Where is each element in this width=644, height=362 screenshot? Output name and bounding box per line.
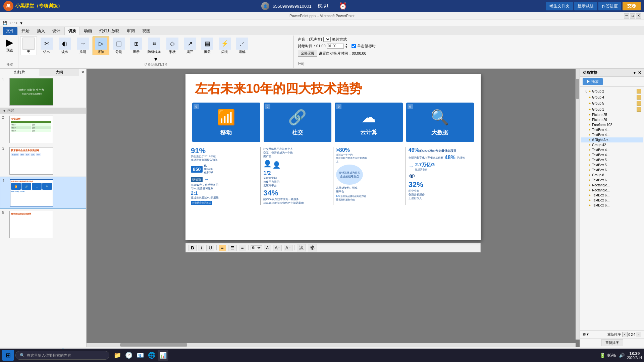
align-right-btn[interactable]: ≡ <box>239 245 246 251</box>
transition-push[interactable]: → 推进 <box>74 37 91 55</box>
anim-nav-lt[interactable]: < <box>622 332 628 337</box>
anim-item-tb5b[interactable]: ✦ TextBox 5... <box>581 163 643 168</box>
start-button[interactable]: ⊞ <box>2 350 14 361</box>
font-color-btn[interactable]: A <box>264 245 271 250</box>
anim-item-group8[interactable]: ✦ Group 8 <box>581 173 643 178</box>
transition-wipe[interactable]: ▷ 擦除 <box>93 37 109 55</box>
text-effects-btn[interactable]: 彩 <box>308 244 317 251</box>
duration-input[interactable] <box>327 44 344 49</box>
sound-select[interactable] <box>323 37 331 42</box>
slides-tab-slides[interactable]: 幻灯片 <box>0 69 40 76</box>
taskbar-ie-icon[interactable]: 🌐 <box>146 350 157 361</box>
anim-item-group4[interactable]: ✦ Group 4 <box>581 94 643 100</box>
slide-item-3[interactable]: 3 技术驱动企业业务发展战略 推进创新 激励 发挥 文化 协作 <box>0 145 86 177</box>
slide-item-4[interactable]: 4 左右未来10年的四大技术趋势 📶 🔗 ☁ 🔍 91% 850亿 <box>0 177 86 209</box>
volume-icon[interactable]: 🔊 <box>619 353 625 358</box>
taskbar-mail-icon[interactable]: 📧 <box>135 350 146 361</box>
anim-item-tb5a[interactable]: ✦ TextBox 5... <box>581 158 643 163</box>
shadow-btn[interactable]: 淡 <box>297 244 306 251</box>
anim-item-tb6a[interactable]: ✦ TextBox 6... <box>581 168 643 173</box>
transition-reveal[interactable]: ↗ 揭开 <box>182 37 198 55</box>
transition-flash[interactable]: ⚡ 闪光 <box>217 37 233 55</box>
tab-file[interactable]: 文件 <box>3 27 17 35</box>
minimize-btn[interactable]: ─ <box>624 13 629 18</box>
anim-item-tb4c[interactable]: ✦ TextBox 4... <box>581 147 643 153</box>
canvas-vscroll[interactable] <box>576 69 580 340</box>
anim-panel-close[interactable]: ✕ <box>638 70 641 75</box>
apply-all-btn[interactable]: 全部应用 <box>298 50 317 57</box>
anim-nav-gt[interactable]: > <box>636 332 641 337</box>
canvas-hscroll[interactable] <box>87 343 576 347</box>
close-btn[interactable]: ✕ <box>636 13 641 18</box>
search-bar[interactable]: 🔍 在这里输入你要搜索的内容 <box>15 351 109 360</box>
align-left-btn[interactable]: ≡ <box>219 245 226 251</box>
anim-panel-expand[interactable]: ▼ <box>633 70 637 75</box>
anim-item-group1[interactable]: ✦ Group 1 <box>581 106 643 112</box>
tab-design[interactable]: 设计 <box>49 27 64 35</box>
font-size-select[interactable]: 6+ <box>251 245 262 250</box>
anim-item-tb6d[interactable]: ✦ TextBox 6... <box>581 198 643 203</box>
taskbar-explorer-icon[interactable]: 📁 <box>112 350 123 361</box>
exam-submit-btn[interactable]: 交卷 <box>623 2 641 10</box>
anim-item-tb4d[interactable]: ✦ TextBox 4... <box>581 153 643 158</box>
tab-view[interactable]: 视图 <box>139 27 154 35</box>
transition-split[interactable]: ◫ 分割 <box>111 37 127 55</box>
tab-animation[interactable]: 动画 <box>80 27 95 35</box>
duration-down[interactable]: ▼ <box>345 46 348 49</box>
italic-btn[interactable]: I <box>199 245 205 251</box>
exam-progress-btn[interactable]: 作答进度 <box>598 2 621 10</box>
transition-random[interactable]: ≋ 随机线条 <box>146 37 163 55</box>
align-center-btn[interactable]: ☰ <box>228 245 237 251</box>
preview-btn[interactable]: ▶ 预览 <box>4 36 15 53</box>
transition-show[interactable]: ⊞ 显示 <box>128 37 144 55</box>
underline-btn[interactable]: U <box>206 245 214 251</box>
slide-item-5[interactable]: 5 移动办公设备应用趋势 <box>0 209 86 240</box>
font-decrease-btn[interactable]: A⁻ <box>284 245 292 251</box>
anim-item-pic25[interactable]: ✦ Picture 25 <box>581 112 643 117</box>
maximize-btn[interactable]: □ <box>630 13 635 18</box>
card-social-label: 社交 <box>292 129 303 136</box>
anim-item-group42[interactable]: ✦ Group 42 <box>581 142 643 147</box>
mouse-click-checkbox[interactable] <box>352 44 356 48</box>
anim-item-rect2[interactable]: ✦ Rectangle... <box>581 188 643 193</box>
anim-item-group2[interactable]: 0 ✦ Group 2 <box>581 88 643 94</box>
transition-cover[interactable]: ▤ 覆盖 <box>199 37 215 55</box>
slide-item-2[interactable]: 2 会议议程 项目1 说明 项目2 说明 项目3 说明 <box>0 114 86 145</box>
anim-reorder-btn[interactable]: 重新排序 <box>601 340 623 346</box>
tab-home[interactable]: 开始 <box>18 27 33 35</box>
anim-play-btn[interactable]: ▶ 播放 <box>583 78 603 85</box>
slides-tab-outline[interactable]: 大纲 <box>40 69 79 76</box>
transition-cut[interactable]: ✂ 切出 <box>38 37 55 55</box>
taskbar-clock-icon[interactable]: 🕐 <box>123 350 134 361</box>
anim-item-tb4a[interactable]: ✦ TextBox 4... <box>581 127 643 132</box>
quick-redo[interactable]: ↪ <box>14 21 17 25</box>
transition-dissolve[interactable]: ⋰ 溶解 <box>234 37 250 55</box>
anim-item-freeform[interactable]: ✦ Freeform 102 <box>581 122 643 127</box>
font-increase-btn[interactable]: A⁺ <box>273 245 282 251</box>
anim-item-tb6b[interactable]: ✦ TextBox 6... <box>581 178 643 183</box>
quick-save[interactable]: 💾 <box>3 21 7 25</box>
tab-slideshow[interactable]: 幻灯片放映 <box>96 27 123 35</box>
anim-item-rect1[interactable]: ✦ Rectangle... <box>581 183 643 188</box>
anim-item-tb6e[interactable]: ✦ TextBox 6... <box>581 203 643 208</box>
tab-transition[interactable]: 切换 <box>64 27 80 35</box>
transition-fade[interactable]: ◐ 淡出 <box>56 37 73 55</box>
exam-file-btn[interactable]: 考生文件夹 <box>546 2 573 10</box>
transition-shape[interactable]: ◇ 形状 <box>164 37 180 55</box>
quick-undo[interactable]: ↩ <box>9 21 12 25</box>
tab-insert[interactable]: 插入 <box>34 27 48 35</box>
slide-item-1[interactable]: 1 协作力·创新力·生产力 —创新产品域业及战略分 <box>0 76 86 108</box>
tab-review[interactable]: 审阅 <box>123 27 138 35</box>
bold-btn[interactable]: B <box>189 245 197 251</box>
transition-none[interactable]: 无 <box>20 37 37 55</box>
taskbar-ppt-icon[interactable]: 📊 <box>158 350 168 361</box>
anim-item-tb6c[interactable]: ✦ TextBox 6... <box>581 193 643 198</box>
transition-more-btn[interactable]: ▼ <box>153 56 159 62</box>
quick-dropdown[interactable]: ▼ <box>19 21 23 25</box>
exam-show-btn[interactable]: 显示试题 <box>574 2 597 10</box>
slides-panel-close[interactable]: ✕ <box>79 69 86 75</box>
anim-item-group5[interactable]: ✦ Group 5 <box>581 100 643 106</box>
anim-item-pic29[interactable]: ✦ Picture 29 <box>581 117 643 122</box>
anim-item-rightarr[interactable]: ✦ # Right Arr... <box>581 137 643 142</box>
anim-item-tb4b[interactable]: ✦ TextBox 4... <box>581 132 643 137</box>
